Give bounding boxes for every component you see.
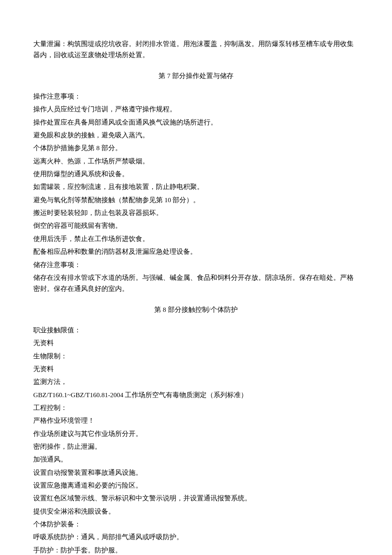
text-line: 作业场所建议与其它作业场所分开。	[33, 428, 359, 439]
text-line: 操作人员应经过专门培训，严格遵守操作规程。	[33, 104, 359, 115]
text-line: 设置红色区域警示线、警示标识和中文警示说明，并设置通讯报警系统。	[33, 493, 359, 504]
section-7-title: 第 7 部分操作处置与储存	[33, 70, 359, 81]
section-8-body: 职业接触限值： 无资料 生物限制： 无资料 监测方法， GBZ/T160.1~G…	[33, 325, 359, 555]
text-line: 配备相应品种和数量的消防器材及泄漏应急处理设备。	[33, 246, 359, 257]
text-line: 使用防爆型的通风系统和设备。	[33, 169, 359, 180]
text-line: 避免眼和皮肤的接触，避免吸入蒸汽。	[33, 130, 359, 141]
text-line: 个体防护装备：	[33, 519, 359, 530]
text-line: 避免与氧化剂等禁配物接触（禁配物参见第 10 部分）。	[33, 195, 359, 206]
text-line: 搬运时要轻装轻卸，防止包装及容器损坏。	[33, 207, 359, 218]
text-line: 储存在没有排水管或下水道的场所。与强碱、碱金属、食品和饲料分开存放。阴凉场所。保…	[33, 272, 359, 295]
text-line: 远离火种、热源，工作场所严禁吸烟。	[33, 156, 359, 167]
text-line: 操作处置应在具备局部通风或全面通风换气设施的场所进行。	[33, 117, 359, 128]
text-line: 提供安全淋浴和洗眼设备。	[33, 506, 359, 517]
text-line: 加强通风。	[33, 454, 359, 465]
text-line: 手防护：防护手套。防护服。	[33, 545, 359, 555]
text-line: 呼吸系统防护：通风，局部排气通风或呼吸防护。	[33, 532, 359, 543]
text-line: 无资料	[33, 337, 359, 349]
text-line: 个体防护措施参见第 8 部分。	[33, 142, 359, 154]
text-line: 监测方法，	[33, 376, 359, 387]
text-line: 工程控制：	[33, 402, 359, 413]
section-8-title: 第 8 部分接触控制/个体防护	[33, 304, 359, 315]
text-line: 倒空的容器可能残留有害物。	[33, 220, 359, 231]
text-line: 如需罐装，应控制流速，且有接地装置，防止静电积聚。	[33, 181, 359, 192]
text-line: 操作注意事项：	[33, 91, 359, 102]
text-line: 使用后洗手，禁止在工作场所进饮食。	[33, 233, 359, 244]
text-line: 密闭操作，防止泄漏。	[33, 441, 359, 452]
text-line: GBZ/T160.1~GBZ/T160.81-2004 工作场所空气有毒物质测定…	[33, 389, 359, 401]
text-line: 严格作业环境管理！	[33, 415, 359, 426]
text-line: 生物限制：	[33, 351, 359, 362]
text-line: 设置应急撤离通道和必要的污险区。	[33, 480, 359, 491]
text-line: 无资料	[33, 363, 359, 375]
text-line: 储存注意事项：	[33, 259, 359, 270]
text-line: 设置自动报警装置和事故通风设施。	[33, 467, 359, 478]
intro-paragraph: 大量泄漏：构筑围堤或挖坑收容。封闭排水管道。用泡沫覆盖，抑制蒸发。用防爆泵转移至…	[33, 38, 359, 61]
section-7-body: 操作注意事项： 操作人员应经过专门培训，严格遵守操作规程。 操作处置应在具备局部…	[33, 91, 359, 295]
text-line: 职业接触限值：	[33, 325, 359, 336]
